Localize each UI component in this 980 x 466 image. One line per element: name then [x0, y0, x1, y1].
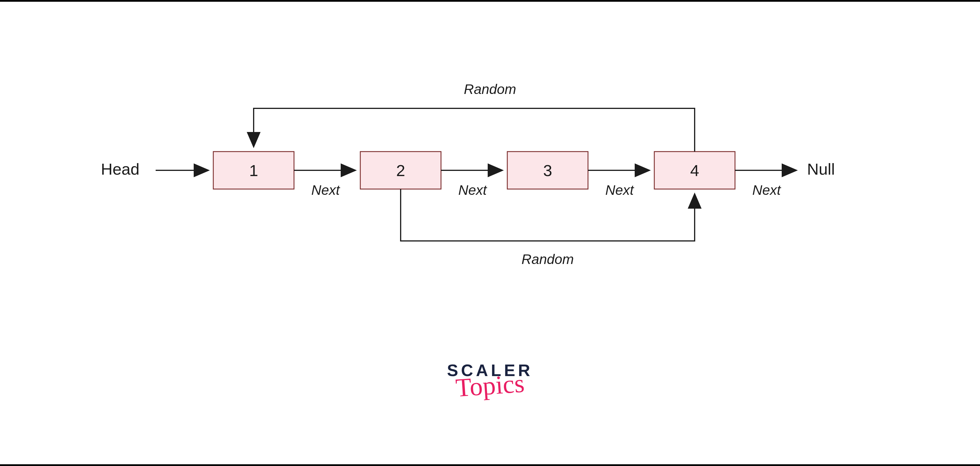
- random-label-bottom: Random: [522, 251, 574, 267]
- next-label-2: Next: [458, 183, 487, 198]
- node-4-value: 4: [690, 161, 699, 180]
- next-label-4: Next: [752, 183, 781, 198]
- next-label-3: Next: [605, 183, 634, 198]
- node-3-value: 3: [543, 161, 552, 180]
- node-2-value: 2: [396, 161, 405, 180]
- random-label-top: Random: [464, 81, 516, 97]
- null-label: Null: [807, 160, 835, 178]
- next-label-1: Next: [311, 183, 340, 198]
- head-label: Head: [101, 160, 140, 178]
- node-1-value: 1: [249, 161, 258, 180]
- random-arrow-bottom: [401, 189, 695, 241]
- diagram-frame: Head 1 Next 2 Next 3 Next 4 Next Null Ra…: [0, 0, 980, 466]
- brand-logo: SCALER Topics: [432, 362, 548, 396]
- random-arrow-top: [254, 108, 695, 151]
